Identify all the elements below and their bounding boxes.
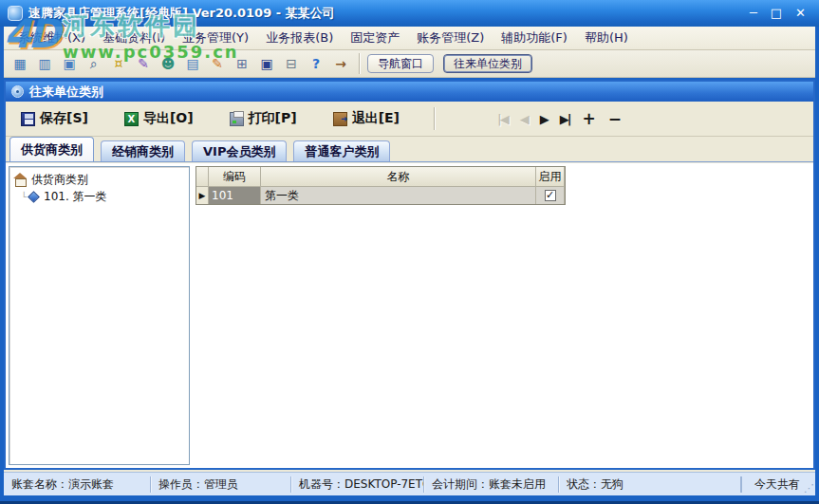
next-record-button[interactable]: ▶ [540,112,548,126]
tab-supplier-category[interactable]: 供货商类别 [9,137,94,161]
menu-bar: 系统维护(X) 基础资料(I) 业务管理(Y) 业务报表(B) 固定资产 账务管… [4,27,815,50]
name-column-header[interactable]: 名称 [261,167,536,187]
toolbar-separator [359,53,360,74]
status-accounting-period: 会计期间：账套未启用 [424,476,559,493]
actionbar-separator [434,107,435,130]
menu-item-business[interactable]: 业务管理(Y) [174,27,257,49]
tab-strip: 供货商类别 经销商类别 VIP会员类别 普通客户类别 [6,137,813,162]
calculator-icon[interactable]: ⊞ [232,53,252,74]
tab-vip-member-category[interactable]: VIP会员类别 [192,140,287,161]
app-window: 速腾家具店管理系统[经典版] Ver20.0109 - 某某公司 ─ □ ✕ 系… [0,0,819,504]
edit-icon[interactable]: ✎ [207,53,228,74]
category-window-icon [11,85,24,98]
brush-icon[interactable]: ✎ [133,53,154,74]
status-dongle-state: 状态：无狗 [559,476,741,493]
tree-item-label: 101. 第一类 [44,189,107,205]
first-record-button[interactable]: |◀ [497,112,508,126]
window-title: 速腾家具店管理系统[经典版] Ver20.0109 - 某某公司 [28,5,335,22]
resize-grip[interactable] [804,476,815,493]
exit-icon[interactable]: → [330,53,351,74]
excel-icon [124,112,139,126]
category-window: 往来单位类别 保存[S] 导出[O] 打印[P] 退出[E] |◀ ◀ [4,80,815,470]
status-machine-id: 机器号：DESKTOP-7ETGF( [291,476,424,493]
category-tree: 供货商类别 └ 101. 第一类 [9,166,190,465]
code-column-header[interactable]: 编码 [209,167,261,187]
help-icon[interactable]: ? [306,53,326,74]
inner-title-bar: 往来单位类别 [6,82,813,102]
content-area: 供货商类别 └ 101. 第一类 编码 名称 启用 ▶ 101 [6,163,813,468]
tree-connector: └ [21,192,27,202]
tab-dealer-category[interactable]: 经销商类别 [101,140,185,161]
window-icon[interactable]: ▣ [59,53,80,74]
floppy-icon [21,112,35,126]
enabled-checkbox[interactable]: ✓ [545,190,556,201]
menu-item-aux-functions[interactable]: 辅助功能(F) [493,27,576,49]
home-icon [13,174,27,185]
menu-item-reports[interactable]: 业务报表(B) [257,27,342,49]
status-bar: 账套名称：演示账套 操作员：管理员 机器号：DESKTOP-7ETGF( 会计期… [4,472,815,495]
row-marker-header [196,167,209,187]
menu-item-accounting[interactable]: 账务管理(Z) [408,27,493,49]
table-header-row: 编码 名称 启用 [196,167,565,187]
coins-icon[interactable]: ¤ [108,53,129,74]
printer-icon[interactable]: ⊟ [281,53,302,74]
tree-root-label: 供货商类别 [31,172,88,188]
save-icon[interactable]: ▣ [256,53,277,74]
action-toolbar: 保存[S] 导出[O] 打印[P] 退出[E] |◀ ◀ ▶ ▶| + − [6,102,813,137]
category-table: 编码 名称 启用 ▶ 101 第一类 ✓ [195,166,566,205]
menu-item-fixed-assets[interactable]: 固定资产 [342,27,408,49]
status-account-name: 账套名称：演示账套 [4,476,151,493]
inner-window-title: 往来单位类别 [29,84,103,101]
grid-icon[interactable]: ▦ [9,53,30,74]
name-cell[interactable]: 第一类 [261,187,536,204]
title-bar: 速腾家具店管理系统[经典版] Ver20.0109 - 某某公司 ─ □ ✕ [0,0,819,27]
code-cell[interactable]: 101 [209,187,261,204]
export-button[interactable]: 导出[O] [119,109,199,128]
printer-icon [230,112,244,126]
form-icon[interactable]: ▥ [34,53,55,74]
print-button[interactable]: 打印[P] [224,109,303,128]
app-icon [8,6,23,21]
save-button[interactable]: 保存[S] [15,109,94,128]
prev-record-button[interactable]: ◀ [520,112,528,126]
tree-root-item[interactable]: 供货商类别 [11,171,187,188]
tab-regular-customer-category[interactable]: 普通客户类别 [293,140,390,161]
current-row-marker: ▶ [196,187,209,204]
nav-window-button[interactable]: 导航窗口 [367,54,434,73]
maximize-button[interactable]: □ [771,0,782,27]
user-icon[interactable]: ☻ [158,53,178,74]
window-controls: ─ □ ✕ [750,0,813,27]
menu-item-system[interactable]: 系统维护(X) [9,27,94,49]
report-icon[interactable]: ▤ [182,53,203,74]
exit-button[interactable]: 退出[E] [327,109,405,128]
menu-item-basic-data[interactable]: 基础资料(I) [94,27,174,49]
enabled-column-header[interactable]: 启用 [536,167,565,187]
table-row[interactable]: ▶ 101 第一类 ✓ [196,187,565,204]
tree-item-101[interactable]: └ 101. 第一类 [11,188,187,205]
search-icon[interactable]: ⌕ [84,53,104,74]
door-icon [333,112,347,126]
status-today-count: 今天共有 [741,476,804,493]
diamond-icon [28,191,40,203]
delete-record-button[interactable]: − [608,109,622,128]
last-record-button[interactable]: ▶| [560,112,570,126]
active-window-tab-button[interactable]: 往来单位类别 [443,54,532,73]
close-button[interactable]: ✕ [795,0,806,27]
record-navigator: |◀ ◀ ▶ ▶| + − [497,109,622,128]
menu-item-help[interactable]: 帮助(H) [576,27,637,49]
add-record-button[interactable]: + [583,109,596,128]
main-toolbar: ▦ ▥ ▣ ⌕ ¤ ✎ ☻ ▤ ✎ ⊞ ▣ ⊟ ? → 导航窗口 往来单位类别 [4,50,815,78]
enabled-cell[interactable]: ✓ [536,187,565,204]
status-operator: 操作员：管理员 [151,476,291,493]
minimize-button[interactable]: ─ [750,0,757,27]
